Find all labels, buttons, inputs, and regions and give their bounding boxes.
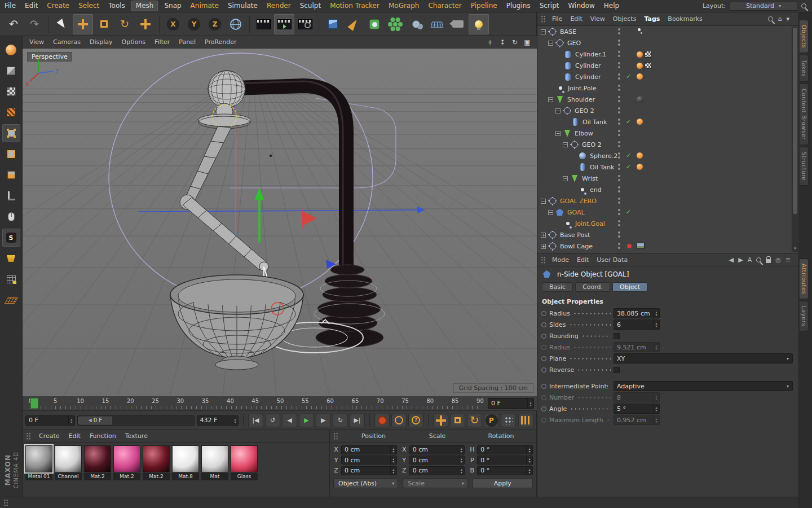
om-menu-file[interactable]: File (548, 15, 566, 23)
object-row-cylinder[interactable]: Cylinder✓ (537, 71, 798, 82)
panel-grip[interactable] (26, 432, 31, 440)
value-field[interactable]: 0 °▴▾ (477, 456, 533, 465)
visibility-dots[interactable] (618, 73, 621, 80)
expand-toggle[interactable]: − (563, 142, 568, 147)
material-mat-8[interactable]: Mat.8 (171, 445, 200, 480)
record-parameter-button[interactable]: P (484, 414, 499, 427)
material-menu-create[interactable]: Create (34, 432, 64, 440)
visibility-dots[interactable] (618, 198, 621, 204)
loop-button[interactable]: ↻ (333, 414, 348, 427)
viewport-menu-options[interactable]: Options (117, 38, 150, 46)
stepper[interactable]: ▴▾ (653, 343, 659, 352)
render-picture-viewer-button[interactable] (274, 14, 294, 34)
viewport-solo-button[interactable] (2, 208, 20, 226)
value-field[interactable]: 0 cm▴▾ (409, 456, 465, 465)
menu-tools[interactable]: Tools (104, 0, 130, 12)
visibility-dots[interactable] (618, 220, 621, 227)
camera-button[interactable] (448, 14, 468, 34)
object-row-shoulder[interactable]: −Shoulder (537, 94, 798, 105)
stepper-down-icon[interactable]: ▾ (655, 409, 657, 411)
object-row-goal[interactable]: −GOAL✓ (537, 207, 798, 218)
keyframe-help-button[interactable]: ? (408, 414, 423, 427)
enabled-check-icon[interactable]: ✓ (626, 118, 631, 125)
stepper[interactable]: ▴▾ (526, 467, 532, 475)
animate-toggle[interactable] (541, 334, 546, 339)
live-selection-tool[interactable] (52, 14, 72, 34)
edges-mode-button[interactable] (2, 145, 20, 163)
stepper-down-icon[interactable]: ▾ (529, 450, 531, 453)
visibility-dots[interactable] (618, 152, 621, 159)
enabled-check-icon[interactable]: ✓ (626, 73, 631, 80)
tab-content-browser[interactable]: Content Browser (800, 84, 809, 145)
stepper[interactable]: ▴▾ (653, 415, 659, 424)
om-menu-bookmarks[interactable]: Bookmarks (664, 15, 706, 23)
pan-view-icon[interactable]: + (485, 38, 495, 47)
stepper[interactable]: ▴▾ (390, 467, 396, 475)
animate-toggle[interactable] (541, 311, 546, 316)
search-icon[interactable] (768, 16, 773, 21)
orange-dot[interactable] (637, 51, 643, 58)
checker-tag[interactable] (645, 62, 651, 69)
prev-key-button[interactable]: ◀ (282, 414, 297, 427)
expand-toggle[interactable]: − (548, 97, 553, 102)
pick-icon[interactable]: A (748, 256, 752, 264)
menu-mograph[interactable]: MoGraph (384, 0, 424, 12)
value-field[interactable]: 0 °▴▾ (477, 466, 533, 475)
apply-button[interactable]: Apply (473, 478, 533, 488)
panel-grip[interactable] (541, 256, 546, 264)
menu-help[interactable]: Help (599, 0, 624, 12)
stepper[interactable]: ▴▾ (526, 456, 532, 464)
keyframe-bars-button[interactable] (518, 414, 533, 427)
tab-takes[interactable]: Takes (800, 55, 809, 82)
current-frame-marker[interactable] (30, 398, 38, 409)
material-menu-edit[interactable]: Edit (64, 432, 85, 440)
object-row-geo-2[interactable]: −GEO 2 (537, 105, 798, 116)
expand-toggle[interactable]: + (541, 233, 546, 238)
viewport-menu-filter[interactable]: Filter (150, 38, 174, 46)
menu-mesh[interactable]: Mesh (131, 1, 158, 11)
coil-stack-model[interactable] (315, 265, 385, 347)
orange-dot[interactable] (637, 164, 643, 170)
stepper[interactable]: ▴▾ (458, 446, 464, 454)
stepper[interactable]: ▴▾ (527, 398, 533, 408)
visibility-dots[interactable] (618, 96, 621, 103)
orange-dot[interactable] (637, 152, 643, 159)
am-menu-user-data[interactable]: User Data (593, 256, 632, 264)
subdivision-surface-button[interactable] (364, 14, 385, 34)
dark-tag[interactable] (637, 96, 643, 103)
orange-dot[interactable] (637, 73, 643, 80)
end-frame-field[interactable]: 432 F ▴▾ (197, 415, 239, 426)
number-field[interactable]: 8▴▾ (614, 392, 660, 402)
photo-tag[interactable] (637, 243, 645, 249)
play-button[interactable]: ▶ (299, 414, 314, 427)
expand-toggle[interactable]: − (541, 29, 546, 34)
stepper[interactable]: ▴▾ (458, 467, 464, 475)
tab-object[interactable]: Object (612, 282, 647, 292)
viewport-3d-scene[interactable] (23, 49, 537, 396)
goto-end-button[interactable]: ▶| (350, 414, 365, 427)
menu-plugins[interactable]: Plugins (502, 0, 535, 12)
light-button[interactable] (469, 14, 489, 34)
rounding-checkbox[interactable] (614, 333, 620, 339)
stepper-down-icon[interactable]: ▾ (461, 471, 462, 474)
expand-toggle[interactable]: − (555, 108, 561, 113)
recent-tool-button[interactable] (135, 14, 156, 34)
value-field[interactable]: 0 °▴▾ (477, 445, 533, 454)
sphere-head-model[interactable] (208, 71, 245, 108)
record-scale-button[interactable] (450, 414, 465, 427)
object-mode-button[interactable] (2, 62, 20, 80)
start-frame-field[interactable]: 0 F ▴▾ (25, 415, 75, 426)
animate-toggle[interactable] (541, 322, 546, 327)
render-settings-button[interactable] (295, 14, 315, 34)
object-row-bowl-cage[interactable]: +Bowl Cage (537, 240, 798, 252)
home-icon[interactable]: ⌂ (778, 15, 782, 23)
stepper-down-icon[interactable]: ▾ (655, 397, 657, 400)
animate-toggle[interactable] (541, 384, 546, 389)
stepper-down-icon[interactable]: ▾ (655, 420, 657, 423)
visibility-dots[interactable] (618, 186, 621, 193)
stepper[interactable]: ▴▾ (526, 446, 532, 454)
rotate-view-icon[interactable]: ↻ (510, 38, 520, 47)
search-icon[interactable] (756, 257, 761, 262)
menu-pipeline[interactable]: Pipeline (466, 0, 502, 12)
nav-forward-icon[interactable]: ▶ (738, 256, 743, 264)
